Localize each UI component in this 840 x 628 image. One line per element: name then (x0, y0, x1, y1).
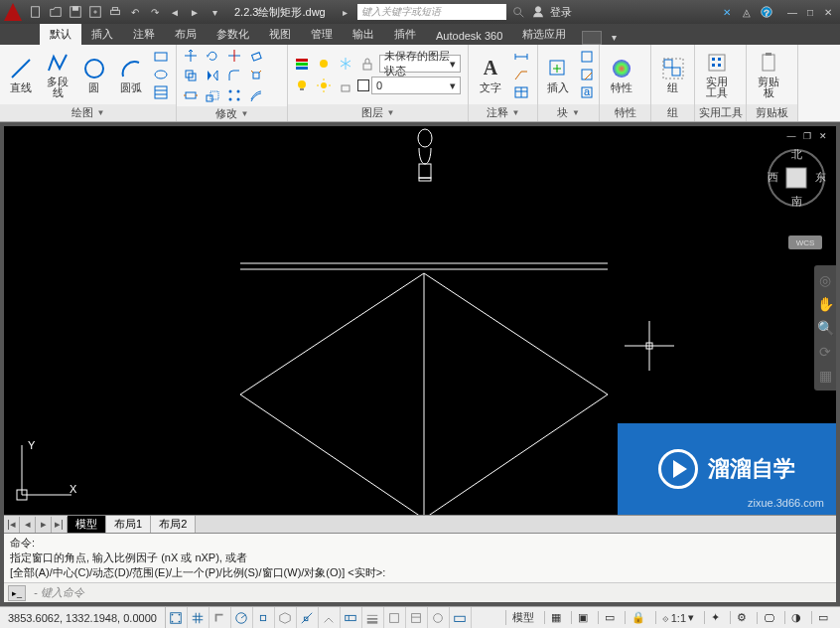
qat-save-icon[interactable] (68, 4, 83, 20)
layer-state-combo[interactable]: 未保存的图层状态▾ (379, 55, 461, 73)
sb-clean-icon[interactable]: ▭ (811, 611, 834, 624)
ribbon-tab-output[interactable]: 输出 (343, 24, 384, 45)
sb-annoscale[interactable]: ⟐ 1:1 ▾ (655, 611, 700, 624)
line-button[interactable]: 直线 (4, 47, 39, 102)
ribbon-tab-annotate[interactable]: 注释 (123, 24, 165, 45)
block-attr-icon[interactable]: a (576, 84, 598, 100)
ribbon-tab-360[interactable]: Autodesk 360 (426, 27, 512, 45)
current-layer-combo[interactable]: 0▾ (371, 77, 461, 94)
viewcube[interactable]: 北 南 东 西 (767, 148, 826, 208)
ribbon-tab-featured[interactable]: 精选应用 (512, 24, 576, 45)
scale-icon[interactable] (203, 86, 222, 104)
doc-close-button[interactable]: ✕ (816, 130, 830, 142)
tab-last-icon[interactable]: ▸| (52, 517, 68, 533)
sb-grid-icon[interactable] (188, 607, 210, 628)
sb-workspace-icon[interactable]: ⚙ (730, 611, 753, 624)
tab-layout1[interactable]: 布局1 (106, 516, 151, 533)
layer-unlock-icon[interactable] (336, 77, 355, 94)
arc-button[interactable]: 圆弧 (113, 47, 148, 102)
block-insert-button[interactable]: 插入 (542, 47, 574, 102)
sb-model-button[interactable]: 模型 (505, 610, 540, 625)
polyline-button[interactable]: 多段线 (41, 47, 75, 102)
group-button[interactable]: 组 (655, 47, 690, 102)
ribbon-tab-view[interactable]: 视图 (259, 24, 301, 45)
properties-button[interactable]: 特性 (604, 47, 639, 102)
title-chevron-icon[interactable]: ▸ (338, 4, 353, 20)
sb-snapmode-icon[interactable] (166, 607, 188, 628)
offset-icon[interactable] (246, 86, 266, 104)
drawing-canvas[interactable]: — ❐ ✕ 北 南 东 西 WCS ◎ ✋ 🔍 ⟳ ▦ (4, 126, 836, 515)
explode-icon[interactable] (246, 67, 266, 84)
ribbon-extra-button[interactable] (582, 31, 602, 45)
block-edit-icon[interactable] (576, 67, 598, 82)
sb-isolate-icon[interactable]: ◑ (784, 611, 807, 624)
stretch-icon[interactable] (181, 86, 201, 104)
ribbon-minimize-icon[interactable]: ▾ (606, 29, 622, 45)
sb-dyn-icon[interactable] (341, 607, 362, 628)
sb-annotation-vis-icon[interactable]: ✦ (704, 611, 726, 624)
circle-button[interactable]: 圆 (77, 47, 112, 102)
qat-dropdown-icon[interactable]: ▾ (207, 4, 222, 20)
layer-sun-icon[interactable] (314, 77, 334, 94)
layer-lock-icon[interactable] (357, 55, 377, 73)
mirror-icon[interactable] (203, 67, 222, 84)
help-icon[interactable]: ? (759, 4, 774, 20)
login-label[interactable]: 登录 (550, 5, 572, 20)
sb-annoscale-lock-icon[interactable]: 🔒 (625, 611, 651, 624)
tab-first-icon[interactable]: |◂ (4, 517, 20, 533)
window-minimize-button[interactable]: — (784, 5, 800, 19)
user-icon[interactable] (530, 4, 546, 20)
command-input[interactable]: - 键入命令 (30, 585, 836, 600)
sb-hardware-icon[interactable]: 🖵 (757, 612, 780, 624)
layer-freeze-icon[interactable] (336, 55, 355, 73)
sb-otrack-icon[interactable] (297, 607, 319, 628)
window-maximize-button[interactable]: □ (802, 5, 818, 19)
rotate-icon[interactable] (203, 47, 222, 65)
hatch-icon[interactable] (150, 84, 172, 100)
exchange-x-icon[interactable]: ✕ (719, 4, 735, 20)
utilities-button[interactable]: 实用工具 (699, 47, 735, 102)
panel-title-annot[interactable]: 注释▼ (469, 104, 537, 121)
qat-print-icon[interactable] (107, 4, 123, 20)
qat-undo-icon[interactable]: ↶ (127, 4, 143, 20)
text-button[interactable]: A文字 (473, 47, 508, 102)
qat-nav-next-icon[interactable]: ► (187, 4, 203, 20)
search-icon[interactable] (510, 4, 526, 20)
erase-icon[interactable] (246, 47, 266, 65)
leader-icon[interactable] (510, 67, 532, 82)
clipboard-button[interactable]: 剪贴板 (751, 47, 786, 102)
tab-model[interactable]: 模型 (68, 516, 106, 533)
qat-saveas-icon[interactable] (87, 4, 103, 20)
sb-lwt-icon[interactable] (362, 607, 384, 628)
sb-quickview-icon[interactable]: ▭ (598, 611, 621, 624)
qat-redo-icon[interactable]: ↷ (147, 4, 163, 20)
ribbon-tab-layout[interactable]: 布局 (165, 24, 207, 45)
ribbon-tab-manage[interactable]: 管理 (301, 24, 343, 45)
ribbon-tab-addins[interactable]: 插件 (384, 24, 426, 45)
ribbon-tab-default[interactable]: 默认 (40, 24, 81, 45)
app-logo-icon[interactable] (4, 3, 22, 21)
sb-ortho-icon[interactable] (210, 607, 231, 628)
table-icon[interactable] (510, 84, 532, 100)
tab-next-icon[interactable]: ▸ (36, 517, 52, 533)
help-search-input[interactable]: 键入关键字或短语 (357, 4, 506, 20)
doc-restore-button[interactable]: ❐ (800, 130, 814, 142)
exchange-a-icon[interactable]: ◬ (739, 4, 755, 20)
fillet-icon[interactable] (224, 67, 244, 84)
sb-3dosnap-icon[interactable] (275, 607, 297, 628)
doc-minimize-button[interactable]: — (784, 130, 798, 142)
sb-qp-icon[interactable] (406, 607, 428, 628)
ribbon-tab-insert[interactable]: 插入 (81, 24, 123, 45)
copy-icon[interactable] (181, 67, 201, 84)
move-icon[interactable] (181, 47, 201, 65)
sb-osnap-icon[interactable] (253, 607, 275, 628)
panel-title-block[interactable]: 块▼ (538, 104, 599, 121)
qat-open-icon[interactable] (48, 4, 64, 20)
trim-icon[interactable] (224, 47, 244, 65)
panel-title-layers[interactable]: 图层▼ (288, 104, 468, 121)
sb-polar-icon[interactable] (231, 607, 253, 628)
layer-bulb-icon[interactable] (292, 77, 312, 94)
sb-layout-max-icon[interactable]: ▣ (571, 611, 594, 624)
ellipse-icon[interactable] (150, 67, 172, 82)
sb-ducs-icon[interactable] (319, 607, 341, 628)
